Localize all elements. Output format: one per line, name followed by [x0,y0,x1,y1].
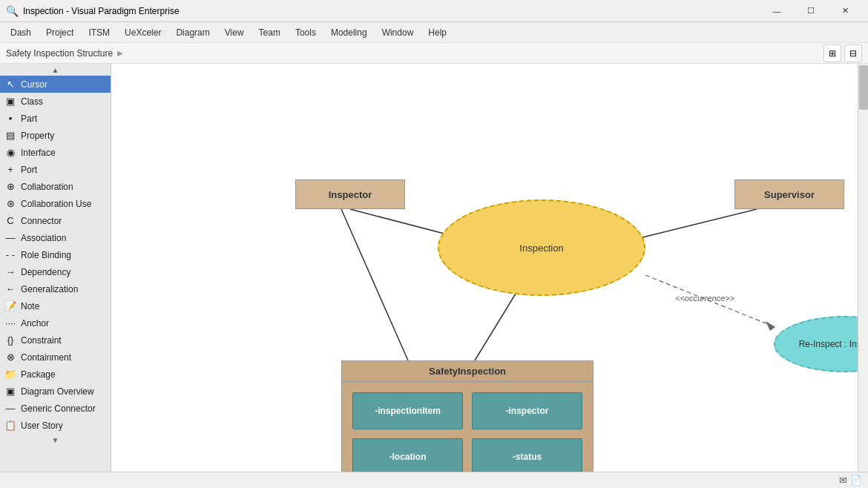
sidebar-item-containment[interactable]: ⊗ Containment [0,349,111,366]
sidebar-label: Association [21,233,66,243]
svg-line-4 [645,275,775,327]
file-icon[interactable]: 📄 [850,475,862,486]
composite-header: SafetyInspection [342,361,593,382]
sidebar-label: Class [21,96,43,107]
app-title: Inspection - Visual Paradigm Enterprise [23,6,180,16]
scrollbar-thumb[interactable] [859,65,868,110]
menu-item-dash[interactable]: Dash [3,24,39,41]
menu-item-window[interactable]: Window [375,24,421,41]
sidebar-item-part[interactable]: ▪ Part [0,110,111,127]
sidebar-icon: → [4,266,16,277]
sidebar-label: Cursor [21,79,47,90]
grid-icon[interactable]: ⊞ [823,44,841,62]
sub-box-inspector[interactable]: -inspector [472,392,582,429]
supervisor-box[interactable]: Supervisor [734,179,844,209]
svg-line-1 [631,209,757,240]
sidebar-icon: ▪ [4,113,16,124]
sidebar-item-association[interactable]: — Association [0,229,111,246]
sidebar-item-anchor[interactable]: ···· Anchor [0,314,111,332]
sidebar-item-connector[interactable]: C Connector [0,212,111,229]
window-controls: — ☐ ✕ [760,0,862,22]
sidebar: ▲ ↖ Cursor▣ Class▪ Part▤ Property◉ Inter… [0,64,111,472]
sidebar-icon: ▣ [4,96,16,107]
breadcrumb-arrow: ▶ [117,49,123,57]
sidebar-item-role-binding[interactable]: - - Role Binding [0,246,111,263]
diagram-area[interactable]: <<occurrence>> Inspector Supervisor Insp… [111,64,868,472]
breadcrumb: Safety Inspection Structure ▶ ⊞ ⊟ [0,43,868,64]
sidebar-label: Constraint [21,335,62,346]
sidebar-label: Generalization [21,284,78,294]
sidebar-label: Package [21,369,56,380]
sidebar-item-interface[interactable]: ◉ Interface [0,144,111,161]
safety-inspection-composite[interactable]: SafetyInspection -inspectionItem -inspec… [341,360,594,472]
sidebar-label: Collaboration Use [21,199,91,209]
reinspect-ellipse[interactable]: Re-Inspect : Inspection [774,316,868,372]
sidebar-label: Collaboration [21,182,73,192]
layout-icon[interactable]: ⊟ [844,44,862,62]
sidebar-icon: ← [4,283,16,294]
sidebar-icon: — [4,403,16,414]
sidebar-item-generalization[interactable]: ← Generalization [0,280,111,297]
statusbar-icons: ✉ 📄 [839,475,862,486]
sidebar-icon: 📋 [4,420,16,431]
menu-item-tools[interactable]: Tools [288,24,323,41]
scrollbar[interactable] [858,64,868,472]
sidebar-item-diagram-overview[interactable]: ▣ Diagram Overview [0,383,111,400]
sidebar-label: Part [21,113,37,124]
svg-text:<<occurrence>>: <<occurrence>> [675,294,735,303]
close-button[interactable]: ✕ [828,0,862,22]
statusbar: ✉ 📄 [0,472,868,488]
sidebar-icon: ···· [4,317,16,329]
sidebar-item-property[interactable]: ▤ Property [0,127,111,144]
sidebar-item-note[interactable]: 📝 Note [0,297,111,314]
sidebar-icon: ◉ [4,147,16,158]
menu-item-project[interactable]: Project [39,24,81,41]
svg-line-2 [341,209,408,360]
inspection-ellipse[interactable]: Inspection [438,200,645,296]
sidebar-icon: {} [4,334,16,346]
sidebar-icon: - - [4,249,16,260]
menu-item-diagram[interactable]: Diagram [168,24,217,41]
sidebar-item-user-story[interactable]: 📋 User Story [0,417,111,434]
sidebar-label: Property [21,131,54,141]
scroll-down-arrow[interactable]: ▼ [0,434,111,446]
sub-box-inspection-item[interactable]: -inspectionItem [352,392,463,429]
sidebar-item-cursor[interactable]: ↖ Cursor [0,76,111,93]
sidebar-icon: C [4,215,16,226]
email-icon[interactable]: ✉ [839,475,847,486]
sidebar-label: Note [21,301,39,311]
sidebar-label: Port [21,165,37,175]
sub-box-status[interactable]: -status [472,438,582,472]
menu-item-team[interactable]: Team [251,24,288,41]
sidebar-icon: + [4,164,16,175]
svg-line-3 [475,294,516,360]
menu-item-view[interactable]: View [217,24,251,41]
minimize-button[interactable]: — [760,0,794,22]
svg-marker-5 [766,321,775,331]
menu-item-modeling[interactable]: Modeling [323,24,375,41]
sidebar-icon: ▤ [4,130,16,141]
menu-item-help[interactable]: Help [421,24,454,41]
breadcrumb-text: Safety Inspection Structure [6,48,113,59]
menu-item-itsm[interactable]: ITSM [81,24,117,41]
sidebar-item-port[interactable]: + Port [0,161,111,178]
breadcrumb-toolbar: ⊞ ⊟ [823,44,862,62]
sidebar-label: Generic Connector [21,403,96,414]
sidebar-item-collaboration-use[interactable]: ⊛ Collaboration Use [0,195,111,212]
menu-item-uexceler[interactable]: UeXceler [117,24,168,41]
maximize-button[interactable]: ☐ [794,0,828,22]
sidebar-item-collaboration[interactable]: ⊕ Collaboration [0,178,111,195]
sidebar-item-class[interactable]: ▣ Class [0,93,111,110]
sidebar-item-dependency[interactable]: → Dependency [0,263,111,280]
sub-box-location[interactable]: -location [352,438,463,472]
sidebar-icon: 📝 [4,300,16,311]
sidebar-icon: ⊕ [4,181,16,192]
sidebar-icon: — [4,232,16,243]
sidebar-icon: ⊗ [4,352,16,363]
sidebar-item-constraint[interactable]: {} Constraint [0,332,111,349]
scroll-up-arrow[interactable]: ▲ [0,64,111,76]
sidebar-item-package[interactable]: 📁 Package [0,366,111,383]
inspector-box[interactable]: Inspector [295,179,405,209]
titlebar: 🔍 Inspection - Visual Paradigm Enterpris… [0,0,868,22]
sidebar-item-generic-connector[interactable]: — Generic Connector [0,400,111,417]
